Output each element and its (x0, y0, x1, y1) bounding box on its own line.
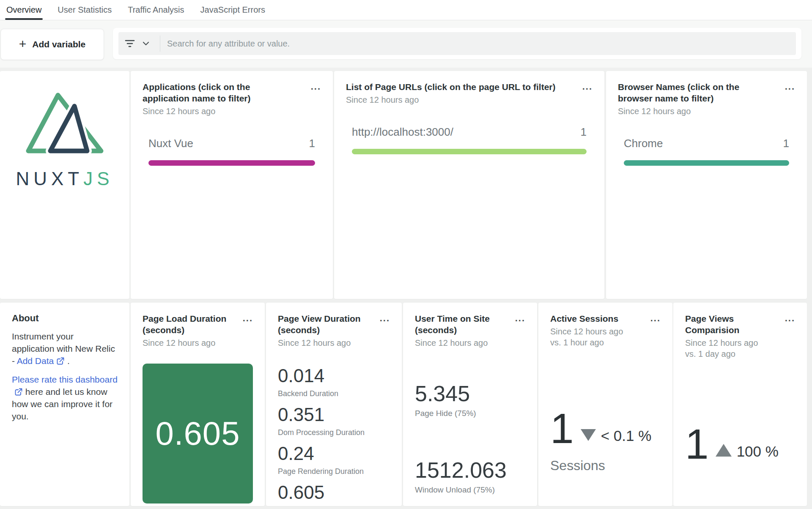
search-bar[interactable] (118, 32, 796, 55)
bar-row[interactable]: Chrome 1 (624, 137, 789, 166)
metric-value: 0.24 (278, 443, 390, 464)
card-menu-button[interactable]: ... (785, 81, 795, 92)
tab-traffic-analysis[interactable]: Traffic Analysis (127, 0, 184, 20)
bar-value: 1 (309, 137, 315, 150)
about-text: . (65, 356, 70, 366)
plus-icon: + (19, 38, 27, 50)
tab-label: JavaScript Errors (200, 5, 265, 15)
card-menu-button[interactable]: ... (785, 313, 795, 324)
metric: 0.014 Backend Duration (278, 365, 390, 398)
delta-value: 100 % (737, 443, 779, 460)
tab-javascript-errors[interactable]: JavaScript Errors (200, 0, 266, 20)
card-subtitle: Since 12 hours ago (278, 337, 390, 348)
page-load-duration-card: ... Page Load Duration (seconds) Since 1… (131, 303, 265, 506)
big-value-label: Sessions (550, 458, 661, 473)
browser-names-card: ... Browser Names (click on the browser … (606, 71, 807, 299)
card-menu-button[interactable]: ... (515, 313, 525, 324)
search-input[interactable] (160, 39, 796, 49)
dashboard-page: Overview User Statistics Traffic Analysi… (0, 0, 812, 509)
metric-list: 0.014 Backend Duration 0.351 Dom Process… (278, 365, 390, 503)
tab-label: Traffic Analysis (128, 5, 184, 15)
card-subtitle: Since 12 hours ago (143, 106, 321, 117)
tab-label: Overview (6, 5, 41, 15)
card-title: Page Views Comparision (685, 313, 775, 336)
external-link-icon (56, 357, 65, 365)
metric-list: 5.345 Page Hide (75%) 1512.063 Window Un… (415, 382, 525, 495)
bar-value: 1 (581, 126, 587, 139)
link-label: Add Data (17, 356, 54, 366)
metric: 1512.063 Window Unload (75%) (415, 459, 525, 495)
card-title: Browser Names (click on the browser name… (618, 81, 771, 104)
card-menu-button[interactable]: ... (582, 81, 593, 92)
page-load-billboard[interactable]: 0.605 (143, 364, 253, 504)
card-title: Page Load Duration (seconds) (143, 313, 232, 336)
card-subtitle-2: vs. 1 day ago (685, 348, 795, 359)
bar[interactable] (624, 160, 789, 166)
about-card: About Instrument your application with N… (0, 303, 129, 506)
bar-row[interactable]: Nuxt Vue 1 (148, 137, 315, 166)
card-menu-button[interactable]: ... (311, 81, 321, 92)
bar-label[interactable]: http://localhost:3000/ (352, 126, 453, 139)
delta-value: < 0.1 % (601, 427, 652, 444)
applications-card: ... Applications (click on the applicati… (131, 71, 333, 299)
metric: 5.345 Page Hide (75%) (415, 382, 525, 419)
page-urls-card: ... List of Page URLs (click on the page… (334, 71, 604, 299)
add-data-link[interactable]: Add Data (17, 356, 65, 366)
metric-label: Window Unload (75%) (415, 485, 525, 495)
wordmark-js: JS (83, 168, 113, 189)
about-paragraph-2: Please rate this dashboard here and let … (12, 373, 118, 422)
comparison-value: 1 < 0.1 % (550, 407, 661, 449)
card-subtitle: Since 12 hours ago (550, 326, 661, 337)
comparison-value: 1 100 % (685, 423, 795, 465)
filter-icon (124, 39, 135, 48)
tab-label: User Statistics (58, 5, 112, 15)
trend-up-icon (716, 444, 732, 457)
metric-label: Dom Processing Duration (278, 428, 390, 437)
tab-user-statistics[interactable]: User Statistics (57, 0, 112, 20)
active-sessions-card: ... Active Sessions Since 12 hours ago v… (538, 303, 672, 506)
card-menu-button[interactable]: ... (650, 313, 661, 324)
bar-chart: http://localhost:3000/ 1 (352, 126, 587, 154)
bar-chart: Nuxt Vue 1 (148, 137, 315, 166)
metric-value: 0.014 (278, 365, 390, 386)
bar-label[interactable]: Nuxt Vue (148, 137, 193, 150)
page-views-comparison-card: ... Page Views Comparision Since 12 hour… (673, 303, 807, 506)
tab-overview[interactable]: Overview (6, 0, 42, 20)
about-paragraph-1: Instrument your application with New Rel… (12, 330, 118, 367)
metric-label: Page Hide (75%) (415, 408, 525, 419)
card-subtitle: Since 12 hours ago (618, 106, 795, 117)
bar[interactable] (148, 160, 315, 166)
add-variable-button[interactable]: + Add variable (0, 29, 104, 60)
card-title: Applications (click on the application n… (143, 81, 296, 104)
card-subtitle: Since 12 hours ago (685, 337, 795, 348)
trend-down-icon (581, 429, 596, 441)
wordmark-nuxt: NUXT (16, 168, 83, 189)
bar-label[interactable]: Chrome (624, 137, 663, 150)
card-subtitle-2: vs. 1 hour ago (550, 337, 661, 348)
card-subtitle: Since 12 hours ago (346, 94, 593, 105)
card-title: User Time on Site (seconds) (415, 313, 505, 336)
dashboard-tabbar: Overview User Statistics Traffic Analysi… (0, 0, 812, 20)
chevron-down-icon (142, 40, 150, 47)
card-menu-button[interactable]: ... (380, 313, 390, 324)
metric-value: 0.351 (278, 404, 390, 425)
bar-value: 1 (783, 137, 789, 150)
add-variable-label: Add variable (32, 39, 85, 49)
link-label: Please rate this dashboard (12, 375, 118, 384)
page-view-duration-card: ... Page View Duration (seconds) Since 1… (266, 303, 402, 506)
bar-row[interactable]: http://localhost:3000/ 1 (352, 126, 587, 154)
about-text: here and let us know how we can improve … (12, 387, 112, 421)
card-title: List of Page URLs (click on the page URL… (346, 81, 593, 93)
metric-label: Page Rendering Duration (278, 467, 390, 476)
card-title: About (12, 313, 118, 324)
nuxtjs-wordmark: NUXTJS (16, 168, 113, 189)
bar[interactable] (352, 149, 587, 154)
bar-chart: Chrome 1 (624, 137, 789, 166)
card-title: Active Sessions (550, 313, 661, 324)
big-value: 1 (550, 407, 574, 449)
search-container (113, 28, 801, 59)
metric: 0.24 Page Rendering Duration (278, 443, 390, 476)
card-menu-button[interactable]: ... (243, 313, 253, 324)
metric: 0.351 Dom Processing Duration (278, 404, 390, 437)
filter-button[interactable] (124, 39, 150, 48)
